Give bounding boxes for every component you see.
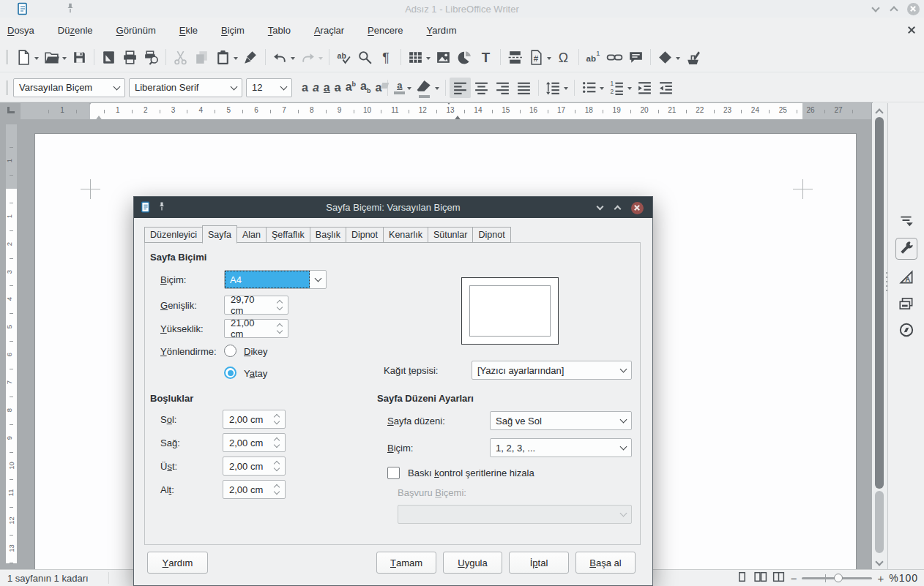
chevron-down-icon[interactable] (226, 79, 242, 97)
superscript-button[interactable]: ab (343, 78, 358, 98)
export-pdf-button[interactable] (98, 47, 119, 67)
chevron-down-icon[interactable] (108, 79, 124, 97)
scrollbar-thumb[interactable] (875, 117, 884, 489)
portrait-radio[interactable] (224, 345, 236, 357)
tab-alan-2[interactable]: Alan (237, 227, 266, 243)
vertical-ruler[interactable]: 123456789101112131 (6, 124, 17, 563)
font-name-combo[interactable]: Liberation Serif (129, 78, 242, 97)
bold-button[interactable]: a (299, 78, 310, 98)
single-page-view-button[interactable] (735, 571, 749, 585)
new-document-button[interactable] (13, 47, 41, 67)
numbering-button[interactable]: 12 (606, 78, 634, 98)
vertical-scrollbar[interactable] (872, 103, 887, 569)
help-button[interactable]: Yardım (147, 552, 208, 574)
spin-arrows[interactable] (271, 485, 282, 494)
window-maximize-button[interactable] (887, 1, 901, 16)
spin-arrows[interactable] (271, 462, 282, 470)
chevron-down-icon[interactable] (310, 271, 326, 288)
tab-sütunlar-7[interactable]: Sütunlar (428, 227, 473, 243)
width-spinbox[interactable]: 29,70 cm (224, 296, 288, 315)
print-preview-button[interactable] (141, 47, 162, 67)
dropdown-arrow-icon[interactable] (234, 57, 238, 62)
bullets-button[interactable] (578, 78, 606, 98)
save-button[interactable] (69, 47, 90, 67)
sidebar-gallery-button[interactable] (895, 293, 917, 315)
menu-pencere[interactable]: Pencere (362, 22, 409, 39)
margin-spinbox-1[interactable]: 2,00 cm (223, 433, 286, 452)
tab-dipnot-8[interactable]: Dipnot (472, 227, 510, 243)
dropdown-arrow-icon[interactable] (426, 57, 431, 62)
dialog-shade-up-button[interactable] (610, 200, 625, 215)
justify-button[interactable] (513, 78, 534, 98)
sidebar-properties-button[interactable] (895, 238, 917, 260)
tab-düzenleyici-0[interactable]: Düzenleyici (144, 227, 202, 243)
dropdown-arrow-icon[interactable] (318, 57, 323, 62)
clear-formatting-button[interactable]: a (373, 78, 384, 98)
toolbar-drag-handle[interactable] (6, 80, 8, 95)
dropdown-arrow-icon[interactable] (62, 57, 67, 62)
page-count-status[interactable]: 1 sayfanın 1 kadarı (0, 573, 89, 584)
spin-arrows[interactable] (274, 324, 285, 333)
align-center-button[interactable] (471, 78, 492, 98)
menu-ekle[interactable]: Ekle (174, 22, 204, 39)
book-view-button[interactable] (772, 571, 786, 585)
menu-dosya[interactable]: Dosya (1, 22, 40, 39)
window-close-button[interactable] (906, 1, 920, 16)
draw-functions-button[interactable] (682, 47, 704, 67)
underline-button[interactable]: a (321, 78, 332, 98)
spin-arrows[interactable] (271, 438, 282, 447)
insert-image-button[interactable] (433, 47, 454, 67)
cancel-button[interactable]: İptal (509, 552, 569, 574)
chevron-down-icon[interactable] (615, 439, 631, 457)
scroll-up-icon[interactable] (875, 108, 883, 116)
align-right-button[interactable] (492, 78, 513, 98)
page-break-button[interactable] (504, 47, 526, 67)
tab-dipnot-5[interactable]: Dipnot (346, 227, 383, 243)
insert-textbox-button[interactable]: T (475, 47, 496, 67)
dropdown-arrow-icon[interactable] (34, 57, 39, 62)
tab-kenarlık-6[interactable]: Kenarlık (383, 227, 428, 243)
zoom-slider-handle[interactable] (834, 574, 843, 582)
zoom-slider[interactable] (802, 577, 872, 579)
font-size-combo[interactable]: 12 (246, 78, 292, 97)
dropdown-arrow-icon[interactable] (627, 87, 632, 92)
print-button[interactable] (119, 47, 141, 67)
zoom-out-button[interactable]: − (791, 572, 797, 585)
formatting-marks-button[interactable]: ¶ (376, 47, 397, 67)
tab-başlık-4[interactable]: Başlık (310, 227, 346, 243)
sidebar-navigator-button[interactable] (895, 320, 917, 342)
chevron-down-icon[interactable] (615, 412, 631, 429)
dropdown-arrow-icon[interactable] (676, 57, 680, 62)
apply-button[interactable]: Uygula (443, 552, 502, 574)
insert-chart-button[interactable] (454, 47, 475, 67)
toolbar-drag-handle[interactable] (6, 50, 8, 64)
dropdown-arrow-icon[interactable] (407, 87, 411, 92)
zoom-in-button[interactable]: + (877, 572, 884, 585)
align-left-button[interactable] (450, 78, 471, 98)
dropdown-arrow-icon[interactable] (564, 87, 568, 92)
open-file-button[interactable] (41, 47, 69, 67)
dropdown-arrow-icon[interactable] (291, 57, 295, 62)
paste-button[interactable] (212, 47, 240, 67)
menu-tablo[interactable]: Tablo (262, 22, 297, 39)
reset-button[interactable]: Başa al (575, 552, 636, 574)
special-character-button[interactable]: Ω (554, 47, 575, 67)
insert-table-button[interactable] (405, 47, 433, 67)
insert-hyperlink-button[interactable] (604, 47, 625, 67)
basic-shapes-button[interactable] (655, 47, 682, 67)
page-layout-combo[interactable]: Sağ ve Sol (490, 411, 632, 430)
zoom-level[interactable]: %100 (889, 572, 918, 584)
insert-footnote-button[interactable]: ab1 (583, 47, 604, 67)
tab-sayfa-1[interactable]: Sayfa (202, 225, 237, 244)
font-color-button[interactable]: a (392, 78, 414, 98)
landscape-radio[interactable] (224, 367, 236, 379)
spin-arrows[interactable] (274, 301, 285, 309)
chevron-down-icon[interactable] (615, 361, 631, 379)
paragraph-style-combo[interactable]: Varsayılan Biçem (13, 78, 125, 97)
line-spacing-button[interactable] (543, 78, 570, 98)
dropdown-arrow-icon[interactable] (547, 57, 551, 62)
tab-şeffaflık-3[interactable]: Şeffaflık (266, 227, 310, 243)
find-replace-button[interactable] (354, 47, 376, 67)
menu-görünüm[interactable]: Görünüm (111, 22, 162, 39)
ok-button[interactable]: Tamam (376, 552, 436, 574)
